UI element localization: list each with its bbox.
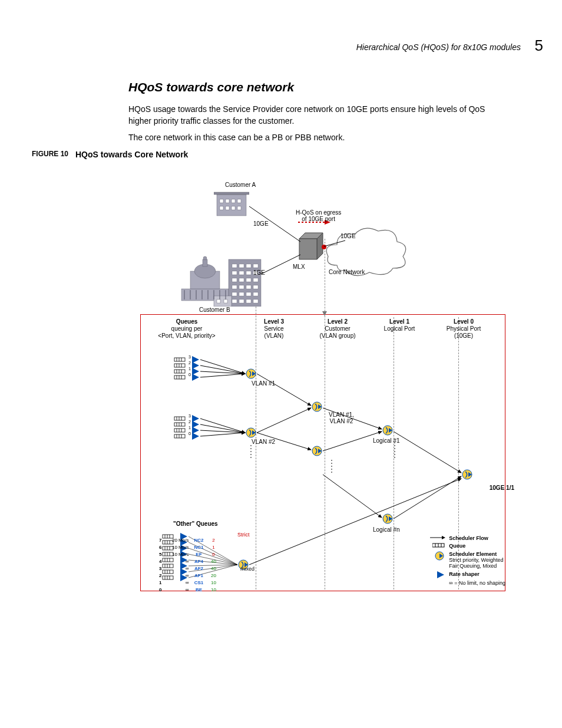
- queue-icon: [429, 543, 445, 548]
- col-level2: Level 2 Customer (VLAN group): [305, 318, 370, 340]
- svg-text:0: 0: [189, 431, 191, 436]
- other-queue-table: 720 Mb/sNC22610 Mb/sNC11510 Mb/sEF04∞AF4…: [157, 536, 220, 594]
- label-logicaln: Logical #n: [373, 526, 400, 533]
- label-other-queues: "Other" Queues: [173, 521, 218, 527]
- svg-line-80: [200, 433, 245, 436]
- svg-line-93: [323, 475, 382, 518]
- svg-line-59: [324, 241, 345, 246]
- svg-line-88: [257, 374, 311, 406]
- label-logical1: Logical #1: [373, 437, 400, 444]
- other-queue-row: 720 Mb/sNC22: [158, 538, 219, 543]
- svg-line-89: [257, 408, 311, 433]
- label-vlan1: VLAN #1: [252, 380, 275, 387]
- svg-text:0: 0: [189, 373, 191, 377]
- col-level1: Level 1 Logical Port: [370, 318, 429, 332]
- other-queue-row: 3∞AF240: [158, 566, 219, 572]
- label-vlan2: VLAN #2: [252, 439, 275, 445]
- other-queue-row: 610 Mb/sNC11: [158, 545, 219, 551]
- svg-text:3: 3: [189, 414, 191, 418]
- other-queue-row: 4∞AF440: [158, 559, 219, 565]
- other-queue-row: 2∞AF120: [158, 573, 219, 579]
- figure-title: HQoS towards Core Network: [75, 150, 188, 159]
- label-10ge: 10GE: [253, 220, 269, 227]
- label-core-network: Core Network: [329, 269, 365, 275]
- svg-line-72: [200, 374, 245, 377]
- svg-marker-113: [437, 571, 444, 578]
- shaper-icon: [429, 571, 445, 578]
- other-queue-row: 1∞CS110: [158, 580, 219, 586]
- link-lines: [140, 165, 517, 318]
- scheduler-icon: [429, 551, 445, 561]
- label-10ge: 10GE: [340, 233, 356, 239]
- label-customer-a: Customer A: [225, 182, 256, 188]
- body-paragraph: The core network in this case can be a P…: [128, 132, 505, 144]
- other-queue-row: 510 Mb/sEF0: [158, 552, 219, 558]
- label-hqos-egress: H-QoS on egressof 10GE port: [296, 209, 341, 222]
- svg-marker-60: [322, 311, 327, 316]
- label-mlx: MLX: [293, 263, 305, 270]
- label-1ge: 1GE: [253, 269, 265, 276]
- label-vlan-group: VLAN #1,VLAN #2: [329, 411, 354, 424]
- label-customer-b: Customer B: [199, 307, 230, 313]
- col-level3: Level 3 Service (VLAN): [247, 318, 300, 340]
- svg-marker-106: [442, 536, 445, 539]
- other-queue-row: 0∞BE10: [158, 587, 219, 593]
- svg-text:2: 2: [189, 361, 191, 365]
- figure-diagram: Customer A Customer B 10GE 1GE MLX 10GE …: [140, 165, 517, 648]
- svg-text:3: 3: [189, 355, 191, 359]
- legend: Scheduler Flow Queue Scheduler Element S…: [429, 535, 505, 588]
- running-header: Hierarchical QoS (HQoS) for 8x10G module…: [356, 42, 521, 52]
- svg-text:1: 1: [189, 367, 191, 371]
- label-strict: Strict: [237, 532, 250, 538]
- col-level0: Level 0 Physical Port (10GE): [431, 318, 496, 340]
- label-mixed: mixed: [240, 566, 254, 572]
- svg-text:2: 2: [189, 420, 191, 424]
- col-queues: Queues queuing per <Port, VLAN, priority…: [148, 318, 225, 340]
- svg-line-94: [394, 431, 461, 473]
- svg-text:1: 1: [189, 426, 191, 430]
- arrow-icon: [429, 535, 445, 540]
- label-physical-port: 10GE 1/1: [490, 485, 514, 491]
- figure-label: FIGURE 10: [32, 150, 68, 158]
- body-paragraph: HQoS usage towards the Service Provider …: [128, 104, 505, 127]
- section-heading: HQoS towards core network: [128, 80, 294, 94]
- chapter-number: 5: [535, 37, 543, 55]
